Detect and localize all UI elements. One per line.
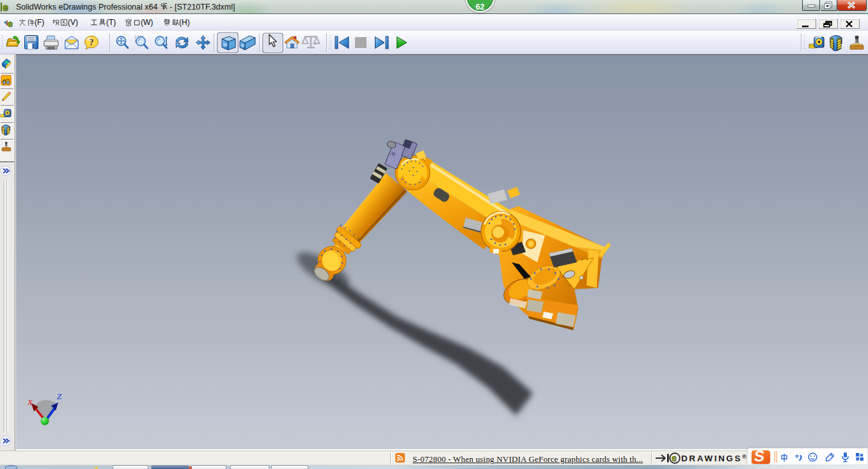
svg-text:e: e — [672, 453, 677, 463]
svg-text:X: X — [27, 397, 33, 407]
svg-text:?: ? — [90, 38, 94, 47]
svg-text:e: e — [3, 2, 8, 12]
svg-text:Z: Z — [57, 392, 62, 401]
svg-text:e: e — [8, 19, 13, 28]
